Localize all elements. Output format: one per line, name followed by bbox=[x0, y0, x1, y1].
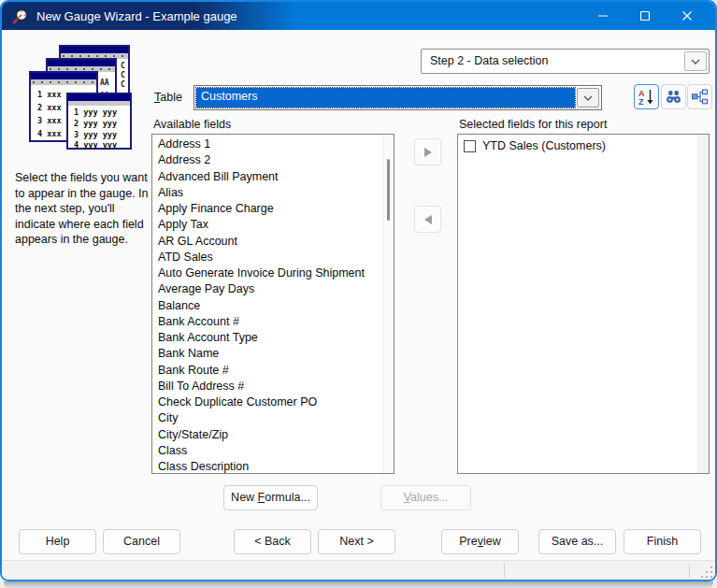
svg-text:C: C bbox=[121, 80, 125, 89]
help-button[interactable]: Help bbox=[19, 529, 96, 554]
wizard-content: Step 2 - Data selection Table Customers … bbox=[2, 30, 715, 562]
binoculars-icon bbox=[665, 88, 682, 106]
selected-field-label: YTD Sales (Customers) bbox=[482, 139, 606, 152]
available-field-item[interactable]: Average Pay Days bbox=[152, 281, 381, 297]
table-selector-value: Customers bbox=[196, 88, 575, 108]
new-formula-button[interactable]: New Formula... bbox=[223, 485, 318, 510]
selected-list-scrollbar[interactable] bbox=[697, 135, 709, 473]
status-bar bbox=[2, 560, 715, 580]
minimize-button[interactable] bbox=[581, 2, 624, 30]
find-button[interactable] bbox=[661, 84, 686, 109]
back-button[interactable]: < Back bbox=[234, 529, 311, 554]
window-title: New Gauge Wizard - Example gauge bbox=[36, 9, 237, 23]
values-button[interactable]: Values... bbox=[380, 485, 471, 510]
field-checkbox[interactable] bbox=[464, 140, 476, 152]
svg-text:4 xxx: 4 xxx bbox=[37, 129, 62, 138]
available-field-item[interactable]: Bank Route # bbox=[152, 363, 381, 379]
step-selector-value: Step 2 - Data selection bbox=[422, 50, 682, 73]
related-tables-button[interactable] bbox=[687, 84, 712, 109]
svg-text:2 xxx: 2 xxx bbox=[37, 103, 62, 112]
save-as-button[interactable]: Save as... bbox=[538, 529, 616, 554]
selected-field-item[interactable]: YTD Sales (Customers) bbox=[458, 135, 709, 152]
wizard-graphic: C C C AA AA bbox=[22, 44, 136, 151]
available-field-item[interactable]: Address 1 bbox=[152, 136, 381, 152]
minimize-icon bbox=[597, 10, 609, 22]
available-field-item[interactable]: Check Duplicate Customer PO bbox=[152, 394, 381, 410]
window-controls bbox=[581, 2, 708, 30]
chevron-down-icon bbox=[691, 59, 700, 65]
step-selector[interactable]: Step 2 - Data selection bbox=[421, 49, 710, 74]
svg-text:1 yyy yyy: 1 yyy yyy bbox=[74, 108, 117, 117]
cancel-button[interactable]: Cancel bbox=[103, 529, 180, 554]
available-fields-items: Address 1 Address 2 Advanced Bill Paymen… bbox=[152, 136, 381, 474]
chevron-down-icon bbox=[583, 95, 593, 101]
available-field-item[interactable]: Bank Account Type bbox=[152, 330, 381, 346]
svg-text:C: C bbox=[121, 62, 125, 70]
close-icon bbox=[681, 10, 693, 22]
gauge-app-icon bbox=[12, 8, 28, 24]
available-field-item[interactable]: AR GL Account bbox=[152, 234, 381, 250]
available-field-item[interactable]: Bank Account # bbox=[152, 314, 381, 330]
available-field-item[interactable]: Bill To Address # bbox=[152, 379, 381, 394]
resize-grip-icon[interactable] bbox=[699, 565, 712, 578]
svg-text:3 xxx: 3 xxx bbox=[37, 116, 62, 125]
maximize-icon bbox=[639, 10, 651, 22]
status-divider bbox=[504, 564, 505, 578]
related-tables-icon bbox=[691, 88, 709, 106]
close-button[interactable] bbox=[666, 2, 708, 30]
table-label: Table bbox=[154, 91, 182, 104]
scrollbar-thumb[interactable] bbox=[387, 159, 390, 221]
available-field-item[interactable]: ATD Sales bbox=[152, 250, 381, 265]
available-field-item[interactable]: City/State/Zip bbox=[152, 427, 381, 443]
available-field-item[interactable]: Auto Generate Invoice During Shipment bbox=[152, 265, 381, 281]
available-list-scrollbar[interactable] bbox=[382, 135, 394, 473]
add-field-button[interactable] bbox=[414, 138, 441, 165]
available-field-item[interactable]: City bbox=[152, 410, 381, 426]
available-fields-label: Available fields bbox=[153, 118, 231, 131]
maximize-button[interactable] bbox=[624, 2, 666, 30]
svg-text:4 yyy yyy: 4 yyy yyy bbox=[74, 140, 117, 150]
available-fields-list[interactable]: Address 1 Address 2 Advanced Bill Paymen… bbox=[151, 134, 394, 474]
svg-text:C: C bbox=[121, 71, 125, 79]
arrow-left-icon bbox=[423, 214, 433, 225]
sort-az-button[interactable]: A Z bbox=[634, 84, 659, 109]
sort-az-icon: A Z bbox=[638, 88, 655, 106]
status-divider bbox=[689, 564, 690, 578]
finish-button[interactable]: Finish bbox=[624, 529, 701, 554]
table-selector-dropdown-button[interactable] bbox=[577, 88, 599, 108]
selected-fields-list[interactable]: YTD Sales (Customers) bbox=[457, 134, 710, 474]
available-field-item[interactable]: Address 2 bbox=[152, 152, 381, 168]
step-selector-dropdown-button[interactable] bbox=[684, 51, 707, 71]
selected-fields-label: Selected fields for this report bbox=[459, 118, 607, 131]
next-button[interactable]: Next > bbox=[318, 529, 395, 554]
svg-text:AA: AA bbox=[100, 79, 109, 87]
svg-text:A: A bbox=[638, 89, 645, 98]
titlebar[interactable]: New Gauge Wizard - Example gauge bbox=[2, 2, 715, 30]
available-field-item[interactable]: Balance bbox=[152, 298, 381, 314]
step-description: Select the fields you want to appear in … bbox=[15, 170, 151, 248]
window-shadow bbox=[4, 581, 713, 588]
graphic-window-front: 1 yyy yyy 2 yyy yyy 3 yyy yyy 4 yyy yyy bbox=[67, 93, 131, 150]
svg-text:Z: Z bbox=[638, 97, 644, 106]
available-field-item[interactable]: Class Description bbox=[152, 459, 381, 474]
available-field-item[interactable]: Advanced Bill Payment bbox=[152, 169, 381, 185]
available-field-item[interactable]: Apply Tax bbox=[152, 217, 381, 233]
svg-text:2 yyy yyy: 2 yyy yyy bbox=[74, 119, 117, 128]
preview-button[interactable]: Preview bbox=[441, 529, 519, 554]
svg-text:3 yyy yyy: 3 yyy yyy bbox=[74, 130, 117, 139]
available-field-item[interactable]: Apply Finance Charge bbox=[152, 201, 381, 217]
wizard-window: New Gauge Wizard - Example gauge Step 2 … bbox=[0, 0, 717, 581]
remove-field-button[interactable] bbox=[414, 206, 441, 233]
available-field-item[interactable]: Class bbox=[152, 443, 381, 459]
desktop-background: New Gauge Wizard - Example gauge Step 2 … bbox=[0, 0, 717, 588]
table-selector[interactable]: Customers bbox=[194, 85, 602, 110]
arrow-right-icon bbox=[423, 147, 433, 158]
available-field-item[interactable]: Alias bbox=[152, 185, 381, 201]
available-field-item[interactable]: Bank Name bbox=[152, 346, 381, 362]
